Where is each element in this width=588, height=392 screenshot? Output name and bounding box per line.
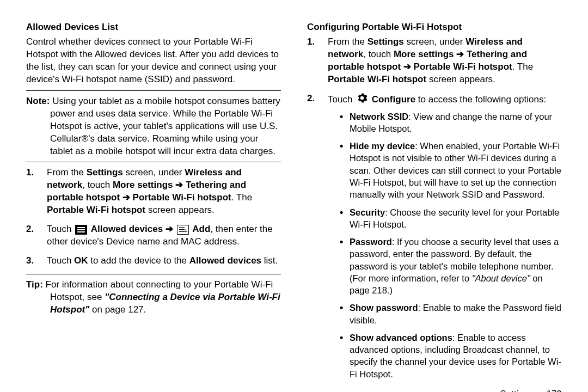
opt-password: Password: If you choose a security level… [340, 236, 562, 296]
opt-hide-device: Hide my device: When enabled, your Porta… [340, 140, 562, 200]
tip-paragraph: Tip: For information about connecting to… [26, 279, 281, 316]
heading-configuring: Configuring Portable Wi-Fi Hotspot [307, 22, 562, 33]
divider [26, 162, 281, 162]
opt-advanced: Show advanced options: Enable to access … [340, 332, 562, 380]
step-2: 2. Touch Allowed devices ➔ Add, then ent… [47, 223, 281, 248]
divider [26, 274, 281, 274]
manual-page: Allowed Devices List Control whether dev… [0, 0, 588, 392]
footer-page-number: 179 [547, 389, 562, 392]
heading-allowed-devices: Allowed Devices List [26, 22, 281, 33]
step-number: 3. [26, 255, 34, 267]
step-1: 1. From the Settings screen, under Wirel… [47, 167, 281, 217]
options-list: Network SSID: View and change the name o… [340, 111, 562, 380]
step-number: 2. [307, 93, 315, 105]
divider [26, 90, 281, 91]
steps-list: 1. From the Settings screen, under Wirel… [47, 167, 281, 267]
opt-security: Security: Choose the security level for … [340, 206, 562, 231]
xref-about-device: "About device" [472, 273, 530, 283]
note-paragraph: Note: Using your tablet as a mobile hots… [26, 95, 281, 158]
right-column: Configuring Portable Wi-Fi Hotspot 1. Fr… [294, 22, 562, 376]
intro-paragraph: Control whether devices connect to your … [26, 36, 281, 86]
page-footer: Settings179 [307, 389, 562, 392]
gear-icon [357, 93, 367, 107]
left-column: Allowed Devices List Control whether dev… [26, 22, 294, 376]
opt-network-ssid: Network SSID: View and change the name o… [340, 111, 562, 135]
step-number: 2. [26, 223, 34, 236]
list-icon [75, 225, 87, 235]
steps-list: 1. From the Settings screen, under Wirel… [328, 36, 562, 380]
footer-section: Settings [500, 389, 533, 392]
step-number: 1. [26, 167, 34, 179]
step-number: 1. [307, 36, 315, 48]
step-1: 1. From the Settings screen, under Wirel… [328, 36, 562, 86]
step-3: 3. Touch OK to add the device to the All… [47, 255, 281, 267]
note-body: Using your tablet as a mobile hotspot co… [50, 96, 280, 156]
note-label: Note: [26, 96, 50, 106]
opt-show-password: Show password: Enable to make the Passwo… [340, 302, 562, 326]
add-list-icon [177, 225, 189, 235]
step-2: 2. Touch Configure to access the followi… [328, 93, 562, 380]
tip-label: Tip: [26, 279, 43, 290]
